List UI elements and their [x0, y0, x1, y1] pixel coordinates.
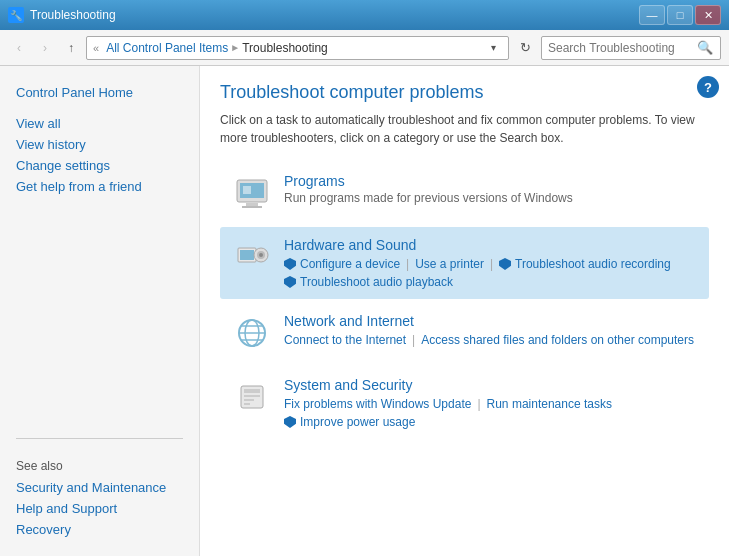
shield-icon-2 [499, 258, 511, 270]
network-title[interactable]: Network and Internet [284, 313, 414, 329]
audio-recording-link[interactable]: Troubleshoot audio recording [515, 257, 671, 271]
separator-3: | [412, 333, 415, 347]
svg-rect-6 [240, 250, 254, 260]
windows-update-link[interactable]: Fix problems with Windows Update [284, 397, 471, 411]
security-maintenance-link[interactable]: Security and Maintenance [16, 480, 166, 495]
view-history-link[interactable]: View history [16, 137, 86, 152]
programs-title[interactable]: Programs [284, 173, 345, 189]
hardware-title[interactable]: Hardware and Sound [284, 237, 416, 253]
svg-rect-3 [242, 206, 262, 208]
security-text: System and Security Fix problems with Wi… [284, 377, 697, 429]
see-also-label: See also [0, 447, 199, 477]
svg-rect-16 [244, 389, 260, 393]
audio-playback-link[interactable]: Troubleshoot audio playback [300, 275, 453, 289]
category-network[interactable]: Network and Internet Connect to the Inte… [220, 303, 709, 363]
page-title: Troubleshoot computer problems [220, 82, 709, 103]
sidebar-item-security[interactable]: Security and Maintenance [0, 477, 199, 498]
power-usage-link[interactable]: Improve power usage [300, 415, 415, 429]
category-security[interactable]: System and Security Fix problems with Wi… [220, 367, 709, 439]
minimize-button[interactable]: — [639, 5, 665, 25]
programs-desc: Run programs made for previous versions … [284, 191, 697, 205]
programs-icon [232, 173, 272, 213]
svg-rect-19 [244, 403, 250, 405]
view-all-link[interactable]: View all [16, 116, 61, 131]
window-title: Troubleshooting [30, 8, 639, 22]
shield-icon-1 [284, 258, 296, 270]
help-button[interactable]: ? [697, 76, 719, 98]
configure-device-link[interactable]: Configure a device [300, 257, 400, 271]
refresh-button[interactable]: ↻ [513, 36, 537, 60]
use-printer-link[interactable]: Use a printer [415, 257, 484, 271]
security-links: Fix problems with Windows Update | Run m… [284, 397, 697, 429]
sidebar-item-view-all[interactable]: View all [0, 113, 199, 134]
category-programs[interactable]: Programs Run programs made for previous … [220, 163, 709, 223]
security-icon [232, 377, 272, 417]
category-hardware[interactable]: Hardware and Sound Configure a device | … [220, 227, 709, 299]
programs-text: Programs Run programs made for previous … [284, 173, 697, 205]
shared-files-link[interactable]: Access shared files and folders on other… [421, 333, 694, 347]
network-icon [232, 313, 272, 353]
shield-icon-4 [284, 416, 296, 428]
connect-internet-link[interactable]: Connect to the Internet [284, 333, 406, 347]
window-controls: — □ ✕ [639, 5, 721, 25]
page-description: Click on a task to automatically trouble… [220, 111, 709, 147]
control-panel-home-link[interactable]: Control Panel Home [16, 85, 133, 100]
up-button[interactable]: ↑ [60, 37, 82, 59]
breadcrumb: « All Control Panel Items ► Troubleshoot… [86, 36, 509, 60]
breadcrumb-arrows: « [93, 42, 102, 54]
change-settings-link[interactable]: Change settings [16, 158, 110, 173]
hardware-links: Configure a device | Use a printer | Tro… [284, 257, 697, 289]
hardware-text: Hardware and Sound Configure a device | … [284, 237, 697, 289]
app-icon: 🔧 [8, 7, 24, 23]
breadcrumb-dropdown[interactable]: ▾ [484, 39, 502, 57]
search-input[interactable] [548, 41, 693, 55]
sidebar-item-change-settings[interactable]: Change settings [0, 155, 199, 176]
sidebar-item-help-support[interactable]: Help and Support [0, 498, 199, 519]
sidebar: Control Panel Home View all View history… [0, 66, 200, 556]
network-text: Network and Internet Connect to the Inte… [284, 313, 697, 347]
svg-rect-2 [246, 203, 258, 206]
breadcrumb-current: Troubleshooting [242, 41, 328, 55]
security-title[interactable]: System and Security [284, 377, 412, 393]
sidebar-item-control-panel-home[interactable]: Control Panel Home [0, 82, 199, 103]
hardware-icon [232, 237, 272, 277]
sidebar-item-recovery[interactable]: Recovery [0, 519, 199, 540]
separator-2: | [490, 257, 493, 271]
search-box: 🔍 [541, 36, 721, 60]
breadcrumb-root[interactable]: All Control Panel Items [106, 41, 228, 55]
maintenance-tasks-link[interactable]: Run maintenance tasks [487, 397, 612, 411]
sidebar-item-get-help[interactable]: Get help from a friend [0, 176, 199, 197]
breadcrumb-separator: ► [230, 42, 240, 53]
svg-rect-4 [243, 186, 251, 194]
main-layout: Control Panel Home View all View history… [0, 66, 729, 556]
forward-button[interactable]: › [34, 37, 56, 59]
recovery-link[interactable]: Recovery [16, 522, 71, 537]
sidebar-divider [16, 438, 183, 439]
separator-4: | [477, 397, 480, 411]
title-bar: 🔧 Troubleshooting — □ ✕ [0, 0, 729, 30]
content-area: ? Troubleshoot computer problems Click o… [200, 66, 729, 556]
close-button[interactable]: ✕ [695, 5, 721, 25]
shield-icon-3 [284, 276, 296, 288]
svg-point-9 [259, 253, 263, 257]
svg-rect-18 [244, 399, 254, 401]
maximize-button[interactable]: □ [667, 5, 693, 25]
sidebar-item-view-history[interactable]: View history [0, 134, 199, 155]
address-bar: ‹ › ↑ « All Control Panel Items ► Troubl… [0, 30, 729, 66]
back-button[interactable]: ‹ [8, 37, 30, 59]
network-links: Connect to the Internet | Access shared … [284, 333, 697, 347]
search-button[interactable]: 🔍 [697, 38, 714, 58]
svg-rect-17 [244, 395, 260, 397]
separator-1: | [406, 257, 409, 271]
help-support-link[interactable]: Help and Support [16, 501, 117, 516]
get-help-link[interactable]: Get help from a friend [16, 179, 142, 194]
